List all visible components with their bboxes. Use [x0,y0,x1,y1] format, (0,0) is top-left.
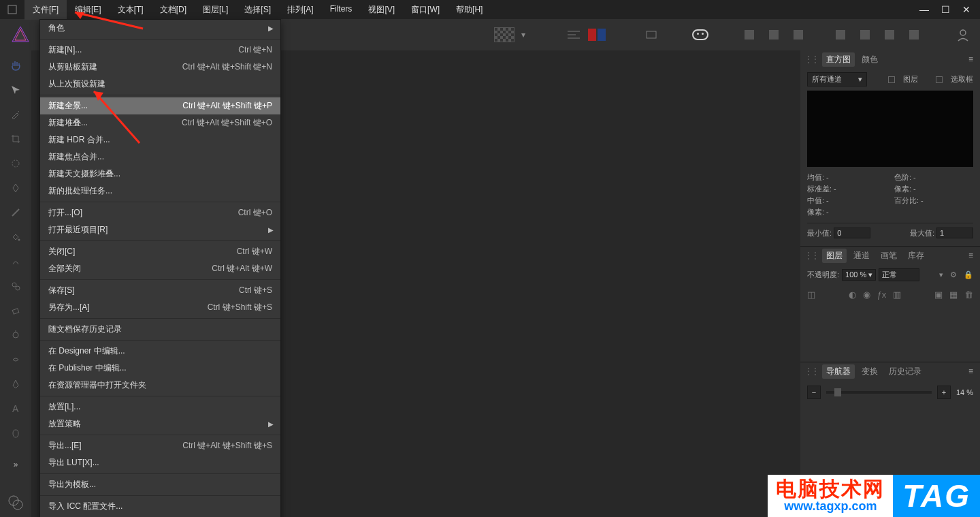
layer-checkbox[interactable] [888,76,895,83]
panel-menu-icon[interactable]: ≡ [966,251,976,260]
tab-channels[interactable]: 通道 [849,249,874,263]
menuitem-在designer中编辑[interactable]: 在 Designer 中编辑... [40,343,280,360]
move-tool-icon[interactable] [6,80,25,99]
marquee-checkbox[interactable] [936,76,943,83]
menu-filters[interactable]: Filters [322,0,361,20]
color-picker-icon[interactable] [6,105,25,124]
grip-icon[interactable]: ⋮⋮ [804,251,818,260]
menuitem-新建焦点合并[interactable]: 新建焦点合并... [40,148,280,166]
menuitem-保存s[interactable]: 保存[S]Ctrl 键+S [40,282,280,299]
menu-视图[interactable]: 视图[V] [360,0,403,20]
minimize-button[interactable]: — [919,4,929,15]
tb-small-5[interactable] [855,25,875,45]
caret-icon[interactable]: ▾ [939,270,943,279]
menuitem-放置策略[interactable]: 放置策略▶ [40,416,280,433]
align-icon[interactable] [564,25,584,45]
tab-brushes[interactable]: 画笔 [877,249,901,263]
pen-tool-icon[interactable] [6,375,25,394]
color-selector-icon[interactable] [6,493,25,512]
menuitem-在资源管理器中打开文件夹[interactable]: 在资源管理器中打开文件夹 [40,377,280,394]
channel-select[interactable]: 所有通道▾ [807,72,867,87]
paint-brush-icon[interactable] [6,203,25,222]
menu-帮助[interactable]: 帮助[H] [448,0,491,20]
opacity-field[interactable]: 100 % ▾ [842,269,876,281]
menu-文本[interactable]: 文本[T] [110,0,152,20]
menuitem-导入icc配置文件[interactable]: 导入 ICC 配置文件... [40,498,280,515]
min-input[interactable] [834,228,870,238]
panel-menu-icon[interactable]: ≡ [966,366,976,376]
zoom-out-button[interactable]: − [807,386,821,399]
tab-history[interactable]: 历史记录 [885,364,926,379]
hand-tool-icon[interactable] [6,56,25,75]
adjust-icon[interactable]: ◐ [849,289,856,300]
gear-icon[interactable]: ⚙ [950,270,957,279]
fx-icon[interactable]: ◉ [863,289,870,300]
clone-brush-icon[interactable] [6,277,25,296]
menuitem-导出e[interactable]: 导出...[E]Ctrl 键+Alt 键+Shift 键+S [40,437,280,454]
account-icon[interactable] [953,25,973,45]
menuitem-新建全景[interactable]: 新建全景...Ctrl 键+Alt 键+Shift 键+P [40,97,280,114]
zoom-in-button[interactable]: + [937,386,951,399]
tab-color[interactable]: 颜色 [858,52,882,67]
menuitem-新建hdr合并[interactable]: 新建 HDR 合并... [40,131,280,148]
heal-brush-icon[interactable] [6,252,25,271]
lock-icon[interactable]: 🔒 [964,270,973,279]
tab-histogram[interactable]: 直方图 [822,52,855,67]
close-button[interactable]: ✕ [962,4,970,15]
shape-tool-icon[interactable] [6,424,25,443]
menuitem-关闭c[interactable]: 关闭[C]Ctrl 键+W [40,243,280,260]
menuitem-放置l[interactable]: 放置[L]... [40,398,280,416]
fx2-icon[interactable]: ƒx [877,289,887,300]
menuitem-新建n[interactable]: 新建[N]...Ctrl 键+N [40,42,280,59]
blend-mode-select[interactable]: 正常 [879,268,919,281]
tab-transform[interactable]: 变换 [858,364,882,379]
menuitem-打开o[interactable]: 打开...[O]Ctrl 键+O [40,204,280,221]
tab-stock[interactable]: 库存 [904,249,928,263]
mask-icon[interactable]: ◫ [807,289,815,300]
dodge-tool-icon[interactable] [6,326,25,345]
tb-small-3[interactable] [788,25,808,45]
tab-navigator[interactable]: 导航器 [822,364,855,379]
menu-文档[interactable]: 文档[D] [152,0,195,20]
crop-layer-icon[interactable]: ▥ [893,289,901,300]
grip-icon[interactable]: ⋮⋮ [804,366,818,376]
dropdown-caret-icon[interactable]: ▾ [521,30,525,40]
menu-窗口[interactable]: 窗口[W] [403,0,448,20]
grip-icon[interactable]: ⋮⋮ [804,54,818,64]
delete-layer-icon[interactable]: 🗑 [964,289,973,300]
menu-选择[interactable]: 选择[S] [236,0,279,20]
menuitem-全部关闭[interactable]: 全部关闭Ctrl 键+Alt 键+W [40,260,280,277]
erase-brush-icon[interactable] [6,301,25,320]
tb-small-7[interactable] [904,25,924,45]
menuitem-另存为a[interactable]: 另存为...[A]Ctrl 键+Shift 键+S [40,299,280,316]
text-tool-icon[interactable]: A [6,399,25,418]
panel-menu-icon[interactable]: ≡ [966,54,976,64]
tab-layers[interactable]: 图层 [822,249,847,263]
snapping-icon[interactable] [641,25,662,45]
crop-tool-icon[interactable] [6,129,25,148]
menuitem-新建堆叠[interactable]: 新建堆叠...Ctrl 键+Alt 键+Shift 键+O [40,114,280,131]
flood-select-icon[interactable] [6,178,25,198]
menuitem-从上次预设新建[interactable]: 从上次预设新建 [40,76,280,93]
fill-tool-icon[interactable] [6,228,25,247]
menuitem-角色[interactable]: 角色▶ [40,20,280,37]
menuitem-从剪贴板新建[interactable]: 从剪贴板新建Ctrl 键+Alt 键+Shift 键+N [40,59,280,76]
expand-tools-icon[interactable]: » [6,455,25,474]
fill-swatch[interactable] [494,27,514,42]
menu-排列[interactable]: 排列[A] [279,0,322,20]
menuitem-打开最近项目r[interactable]: 打开最近项目[R]▶ [40,221,280,238]
menuitem-新的批处理任务[interactable]: 新的批处理任务... [40,183,280,200]
tb-small-6[interactable] [879,25,900,45]
group-icon[interactable]: ▣ [934,289,943,300]
color-pair[interactable] [588,29,606,41]
menuitem-在publisher中编辑[interactable]: 在 Publisher 中编辑... [40,360,280,377]
zoom-slider[interactable] [826,391,932,394]
menu-文件[interactable]: 文件[F] [24,0,67,20]
selection-brush-icon[interactable] [6,154,25,173]
tb-small-1[interactable] [739,25,760,45]
menuitem-新建天文摄影堆叠[interactable]: 新建天文摄影堆叠... [40,166,280,183]
assistant-icon[interactable] [690,25,710,45]
menu-图层[interactable]: 图层[L] [195,0,236,20]
file-menu-dropdown[interactable]: 角色▶新建[N]...Ctrl 键+N从剪贴板新建Ctrl 键+Alt 键+Sh… [39,19,281,517]
menuitem-导出lutx[interactable]: 导出 LUT[X]... [40,454,280,471]
